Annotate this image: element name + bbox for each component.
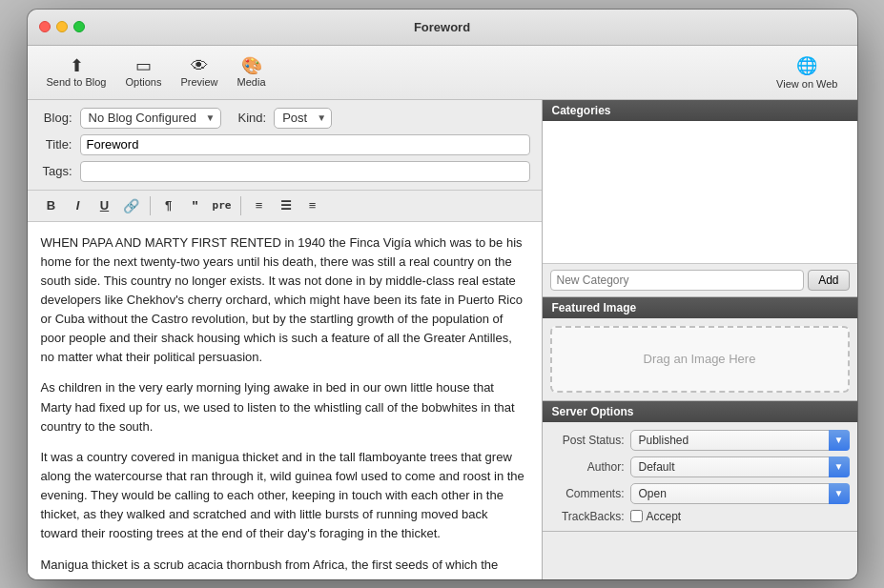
media-button[interactable]: 🎨 Media	[230, 53, 274, 91]
title-input[interactable]	[80, 134, 530, 155]
options-icon: ▭	[135, 57, 152, 74]
comments-label: Comments:	[550, 487, 625, 500]
categories-area	[543, 121, 857, 264]
comments-select-wrap: Open Closed ▼	[630, 483, 850, 504]
view-on-web-button[interactable]: 🌐 View on Web	[769, 51, 845, 93]
categories-section: Categories Add	[543, 100, 857, 297]
drag-image-label: Drag an Image Here	[644, 352, 756, 366]
blog-select-wrap: No Blog Configured ▼	[80, 108, 221, 129]
add-category-button[interactable]: Add	[808, 270, 849, 291]
new-category-input[interactable]	[550, 270, 805, 291]
post-status-select-wrap: Published Draft Pending ▼	[630, 430, 850, 451]
send-icon: ⬆	[70, 57, 84, 74]
trackbacks-label: TrackBacks:	[550, 510, 625, 523]
server-options-area: Post Status: Published Draft Pending ▼ A…	[543, 422, 857, 531]
title-row: Title:	[39, 134, 530, 155]
format-divider-2	[240, 196, 241, 215]
post-status-row: Post Status: Published Draft Pending ▼	[550, 430, 850, 451]
blog-row: Blog: No Blog Configured ▼ Kind: Post ▼	[39, 108, 530, 129]
tags-input[interactable]	[80, 161, 530, 182]
post-status-select[interactable]: Published Draft Pending	[630, 430, 850, 451]
post-status-label: Post Status:	[550, 434, 625, 447]
editor-area: Blog: No Blog Configured ▼ Kind: Post ▼ …	[28, 100, 543, 579]
meta-bar: Blog: No Blog Configured ▼ Kind: Post ▼ …	[28, 100, 542, 191]
categories-header: Categories	[543, 100, 857, 121]
blog-select[interactable]: No Blog Configured	[80, 108, 221, 129]
traffic-lights	[39, 21, 85, 32]
accept-trackbacks-checkbox[interactable]	[630, 510, 643, 522]
media-icon: 🎨	[241, 57, 262, 74]
sidebar: Categories Add Featured Image Drag an Im…	[543, 100, 857, 579]
tags-row: Tags:	[39, 161, 530, 182]
title-label: Title:	[39, 137, 72, 152]
author-select[interactable]: Default	[630, 456, 850, 477]
format-divider-1	[150, 196, 151, 215]
preview-label: Preview	[180, 76, 217, 88]
tags-label: Tags:	[39, 164, 72, 178]
preview-button[interactable]: 👁 Preview	[173, 53, 225, 91]
preview-icon: 👁	[191, 57, 208, 74]
align-center-button[interactable]: ☰	[274, 194, 298, 217]
bold-button[interactable]: B	[39, 194, 64, 217]
trackbacks-row: TrackBacks: Accept	[550, 510, 850, 523]
featured-image-header: Featured Image	[543, 297, 857, 318]
author-row: Author: Default ▼	[550, 456, 850, 477]
featured-image-drop-zone[interactable]: Drag an Image Here	[550, 326, 850, 393]
kind-select[interactable]: Post	[274, 108, 332, 129]
send-to-blog-button[interactable]: ⬆ Send to Blog	[39, 53, 114, 91]
author-select-wrap: Default ▼	[630, 456, 850, 477]
server-options-header: Server Options	[543, 401, 857, 422]
align-left-button[interactable]: ≡	[247, 194, 272, 217]
close-button[interactable]	[39, 21, 51, 32]
featured-image-section: Featured Image Drag an Image Here	[543, 297, 857, 401]
author-label: Author:	[550, 460, 625, 474]
text-paragraph: As children in the very early morning ly…	[41, 378, 528, 436]
blog-label: Blog:	[39, 111, 72, 125]
comments-select[interactable]: Open Closed	[630, 483, 850, 504]
kind-label: Kind:	[238, 111, 267, 125]
send-to-blog-label: Send to Blog	[47, 76, 107, 88]
view-on-web-label: View on Web	[776, 78, 837, 90]
window-title: Foreword	[414, 20, 470, 34]
text-paragraph: WHEN PAPA AND MARTY FIRST RENTED in 1940…	[41, 233, 528, 368]
media-label: Media	[237, 76, 266, 88]
comments-row: Comments: Open Closed ▼	[550, 483, 850, 504]
maximize-button[interactable]	[73, 21, 85, 32]
text-area[interactable]: WHEN PAPA AND MARTY FIRST RENTED in 1940…	[28, 222, 542, 579]
options-label: Options	[126, 76, 162, 88]
globe-icon: 🌐	[796, 55, 817, 76]
paragraph-button[interactable]: ¶	[156, 194, 181, 217]
italic-button[interactable]: I	[66, 194, 91, 217]
blockquote-button[interactable]: "	[183, 194, 208, 217]
link-button[interactable]: 🔗	[119, 194, 144, 217]
align-right-button[interactable]: ≡	[300, 194, 325, 217]
minimize-button[interactable]	[56, 21, 68, 32]
main-area: Blog: No Blog Configured ▼ Kind: Post ▼ …	[28, 100, 857, 579]
server-options-section: Server Options Post Status: Published Dr…	[543, 401, 857, 532]
trackbacks-accept-row: Accept	[630, 510, 682, 523]
text-paragraph: Manigua thicket is a scrub acacia thornb…	[41, 556, 528, 579]
options-button[interactable]: ▭ Options	[118, 53, 170, 91]
toolbar-left: ⬆ Send to Blog ▭ Options 👁 Preview 🎨 Med…	[39, 53, 274, 91]
code-button[interactable]: pre	[210, 194, 235, 217]
title-bar: Foreword	[28, 10, 857, 46]
format-bar: B I U 🔗 ¶ " pre ≡ ☰ ≡	[28, 191, 542, 222]
accept-label: Accept	[647, 510, 682, 523]
new-category-row: Add	[543, 264, 857, 296]
kind-select-wrap: Post ▼	[274, 108, 332, 129]
toolbar: ⬆ Send to Blog ▭ Options 👁 Preview 🎨 Med…	[28, 46, 857, 100]
main-window: Foreword ⬆ Send to Blog ▭ Options 👁 Prev…	[28, 10, 857, 579]
underline-button[interactable]: U	[93, 194, 117, 217]
text-paragraph: It was a country covered in manigua thic…	[41, 448, 528, 544]
